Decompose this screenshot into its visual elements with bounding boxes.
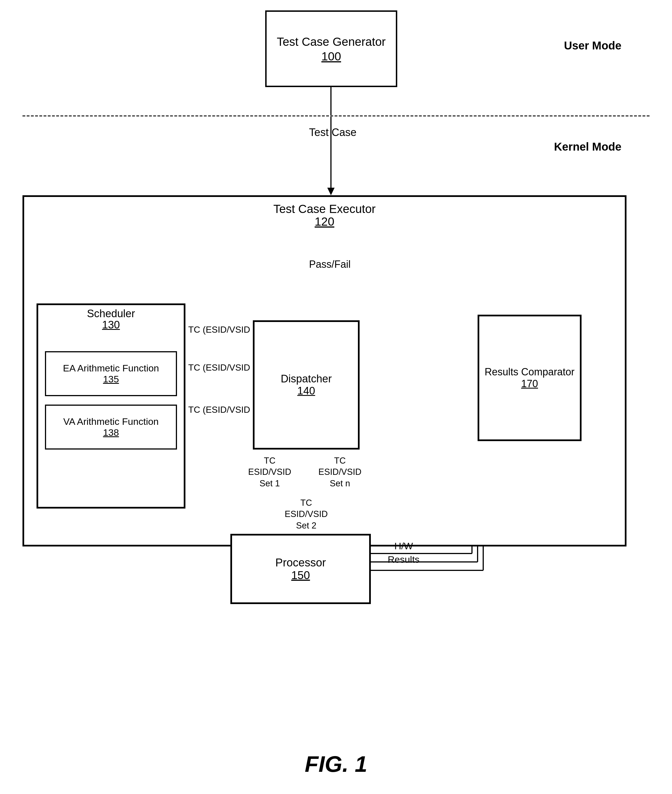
rc-box: Results Comparator 170 (478, 315, 582, 441)
rc-number: 170 (521, 378, 538, 390)
ea-title: EA Arithmetic Function (63, 363, 159, 374)
tce-number: 120 (22, 215, 627, 229)
dispatcher-title: Dispatcher (281, 373, 332, 385)
scheduler-title: Scheduler (37, 307, 186, 320)
kernel-mode-label: Kernel Mode (554, 141, 621, 153)
dispatcher-box: Dispatcher 140 (253, 320, 360, 450)
test-case-label: Test Case (309, 126, 357, 139)
va-number: 138 (103, 427, 119, 438)
va-box: VA Arithmetic Function 138 (45, 405, 177, 450)
ea-number: 135 (103, 374, 119, 385)
tc-esid-label-2: TCESID/VSIDSet 2 (284, 497, 329, 531)
tcg-box: Test Case Generator 100 (265, 10, 397, 87)
processor-number: 150 (291, 569, 310, 581)
tcg-number: 100 (322, 50, 341, 63)
dispatcher-number: 140 (297, 385, 315, 397)
pass-fail-label: Pass/Fail (309, 258, 350, 270)
rc-title: Results Comparator (485, 366, 574, 378)
tcg-title: Test Case Generator (277, 34, 386, 50)
processor-title: Processor (275, 556, 326, 569)
processor-box: Processor 150 (230, 534, 371, 604)
scheduler-number: 130 (37, 319, 186, 331)
tc-esid-label-1: TCESID/VSIDSet 1 (247, 455, 292, 489)
user-mode-label: User Mode (564, 39, 622, 52)
fig-caption: FIG. 1 (0, 751, 672, 777)
ea-box: EA Arithmetic Function 135 (45, 351, 177, 396)
mode-separator (22, 115, 650, 117)
svg-marker-1 (327, 188, 334, 195)
tc-esid-label-3: TCESID/VSIDSet n (315, 455, 365, 489)
hw-results-label: H/WResults (388, 539, 419, 566)
tce-title: Test Case Executor (22, 202, 627, 216)
diagram-container: Test Case Generator 100 User Mode Kernel… (0, 0, 672, 794)
va-title: VA Arithmetic Function (63, 416, 159, 427)
